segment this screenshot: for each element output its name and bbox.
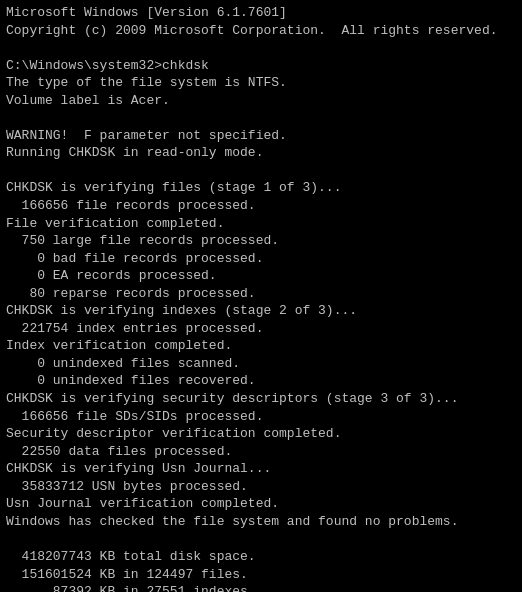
terminal-line: 151601524 KB in 124497 files. — [6, 566, 516, 584]
terminal-line — [6, 109, 516, 127]
terminal-line: 750 large file records processed. — [6, 232, 516, 250]
terminal-line: Security descriptor verification complet… — [6, 425, 516, 443]
terminal-line: 166656 file records processed. — [6, 197, 516, 215]
terminal-line: 0 unindexed files scanned. — [6, 355, 516, 373]
terminal-line: File verification completed. — [6, 215, 516, 233]
terminal-line: Index verification completed. — [6, 337, 516, 355]
terminal-line: 35833712 USN bytes processed. — [6, 478, 516, 496]
terminal-line: CHKDSK is verifying security descriptors… — [6, 390, 516, 408]
terminal-line: Volume label is Acer. — [6, 92, 516, 110]
terminal-line: 0 unindexed files recovered. — [6, 372, 516, 390]
terminal-line: 166656 file SDs/SIDs processed. — [6, 408, 516, 426]
terminal-line — [6, 162, 516, 180]
terminal-line: 87392 KB in 27551 indexes. — [6, 583, 516, 592]
terminal-line: 22550 data files processed. — [6, 443, 516, 461]
terminal-line: 0 bad file records processed. — [6, 250, 516, 268]
terminal-line: 418207743 KB total disk space. — [6, 548, 516, 566]
terminal-line: Windows has checked the file system and … — [6, 513, 516, 531]
terminal-line: The type of the file system is NTFS. — [6, 74, 516, 92]
terminal-line: WARNING! F parameter not specified. — [6, 127, 516, 145]
terminal-line: C:\Windows\system32>chkdsk — [6, 57, 516, 75]
terminal-line — [6, 39, 516, 57]
terminal-window: Microsoft Windows [Version 6.1.7601]Copy… — [0, 0, 522, 592]
terminal-line: CHKDSK is verifying indexes (stage 2 of … — [6, 302, 516, 320]
terminal-line: Usn Journal verification completed. — [6, 495, 516, 513]
terminal-line: 221754 index entries processed. — [6, 320, 516, 338]
terminal-line: Running CHKDSK in read-only mode. — [6, 144, 516, 162]
terminal-line — [6, 530, 516, 548]
terminal-line: Microsoft Windows [Version 6.1.7601] — [6, 4, 516, 22]
terminal-line: 0 EA records processed. — [6, 267, 516, 285]
terminal-line: CHKDSK is verifying files (stage 1 of 3)… — [6, 179, 516, 197]
terminal-line: CHKDSK is verifying Usn Journal... — [6, 460, 516, 478]
terminal-line: Copyright (c) 2009 Microsoft Corporation… — [6, 22, 516, 40]
terminal-line: 80 reparse records processed. — [6, 285, 516, 303]
